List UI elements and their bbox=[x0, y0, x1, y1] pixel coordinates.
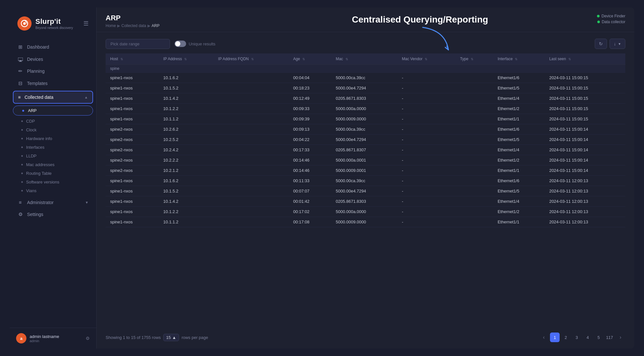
table-row[interactable]: spine1-nxos 10.1.1.2 00:17:08 5000.0009.… bbox=[106, 217, 625, 227]
sidebar-item-vians[interactable]: Vians bbox=[10, 186, 96, 195]
page-1[interactable]: 1 bbox=[550, 333, 560, 342]
col-mac-vendor[interactable]: Mac Vendor ⇅ bbox=[397, 53, 456, 65]
table-row[interactable]: spine2-nxos 10.2.4.2 00:17:33 0205.8671.… bbox=[106, 145, 625, 155]
breadcrumb-collected-data[interactable]: Collected data bbox=[121, 23, 146, 28]
col-last-seen[interactable]: Last seen ⇅ bbox=[545, 53, 625, 65]
cell-vendor: - bbox=[397, 124, 456, 135]
sidebar-item-collected-data[interactable]: ≡ Collected data ▲ bbox=[13, 91, 93, 104]
data-table: Host ⇅ IP Address ⇅ IP Address FQDN ⇅ Ag… bbox=[106, 53, 625, 227]
sidebar-item-mac-addresses[interactable]: Mac addresses bbox=[10, 160, 96, 169]
clock-dot bbox=[21, 129, 23, 131]
table-scroll[interactable]: Host ⇅ IP Address ⇅ IP Address FQDN ⇅ Ag… bbox=[106, 53, 625, 328]
sidebar-item-devices[interactable]: Devices bbox=[10, 53, 96, 65]
cell-fqdn bbox=[213, 196, 289, 207]
mac-dot bbox=[21, 164, 23, 165]
sidebar-item-cdp[interactable]: CDP bbox=[10, 117, 96, 126]
cell-age: 00:01:42 bbox=[289, 196, 331, 207]
sidebar-item-hardware-info[interactable]: Hardware info bbox=[10, 134, 96, 143]
sidebar-item-interfaces[interactable]: Interfaces bbox=[10, 143, 96, 152]
unique-results-toggle[interactable] bbox=[175, 41, 186, 47]
sidebar-item-settings[interactable]: ⚙ Settings bbox=[10, 208, 96, 220]
vians-dot bbox=[21, 190, 23, 192]
cell-host: spine2-nxos bbox=[106, 135, 159, 145]
mac-label: Mac addresses bbox=[26, 162, 54, 167]
refresh-button[interactable]: ↻ bbox=[595, 39, 607, 49]
sort-fqdn: ⇅ bbox=[251, 57, 254, 61]
cell-fqdn bbox=[213, 135, 289, 145]
table-row[interactable]: spine2-nxos 10.2.1.2 00:14:46 5000.0009.… bbox=[106, 165, 625, 176]
page-prev[interactable]: ‹ bbox=[539, 333, 549, 342]
col-host[interactable]: Host ⇅ bbox=[106, 53, 159, 65]
cell-type bbox=[456, 176, 493, 186]
rows-per-page-label: rows per page bbox=[182, 335, 208, 340]
sidebar-label-settings: Settings bbox=[27, 212, 89, 217]
cell-fqdn bbox=[213, 186, 289, 196]
download-button[interactable]: ↓ ▼ bbox=[610, 39, 625, 49]
page-next[interactable]: › bbox=[616, 333, 625, 342]
table-row[interactable]: spine2-nxos 10.2.5.2 00:04:22 5000.00e4.… bbox=[106, 135, 625, 145]
sort-mac: ⇅ bbox=[346, 57, 348, 61]
col-age[interactable]: Age ⇅ bbox=[289, 53, 331, 65]
cell-age: 00:12:49 bbox=[289, 93, 331, 104]
col-mac[interactable]: Mac ⇅ bbox=[331, 53, 397, 65]
table-row[interactable]: spine1-nxos 10.1.2.2 00:09:33 5000.000a.… bbox=[106, 104, 625, 114]
cell-fqdn bbox=[213, 176, 289, 186]
sort-age: ⇅ bbox=[302, 57, 305, 61]
sidebar-item-lldp[interactable]: LLDP bbox=[10, 152, 96, 160]
table-row[interactable]: spine1-nxos 10.1.6.2 00:11:33 5000.00ca.… bbox=[106, 176, 625, 186]
page-3[interactable]: 3 bbox=[572, 333, 582, 342]
col-ip-fqdn[interactable]: IP Address FQDN ⇅ bbox=[213, 53, 289, 65]
sidebar-label-templates: Templates bbox=[27, 81, 89, 86]
table-area: Pick date range Unique results ↻ ↓ ▼ bbox=[97, 32, 634, 349]
hamburger-icon[interactable]: ☰ bbox=[83, 20, 89, 27]
data-collector-dot bbox=[597, 21, 600, 23]
col-ip-address[interactable]: IP Address ⇅ bbox=[159, 53, 213, 65]
page-4[interactable]: 4 bbox=[583, 333, 592, 342]
cell-fqdn bbox=[213, 73, 289, 83]
cell-fqdn bbox=[213, 93, 289, 104]
cell-last-seen: 2024-03-11 15:00:14 bbox=[545, 155, 625, 165]
cdp-label: CDP bbox=[26, 119, 35, 124]
cell-fqdn bbox=[213, 145, 289, 155]
cell-age: 00:09:33 bbox=[289, 104, 331, 114]
user-settings-icon[interactable]: ⚙ bbox=[86, 336, 90, 341]
status-data-collector: Data collector bbox=[597, 20, 625, 24]
sidebar-item-routing-table[interactable]: Routing Table bbox=[10, 169, 96, 178]
sidebar-item-software-versions[interactable]: Software versions bbox=[10, 178, 96, 186]
col-interface[interactable]: Interface ⇅ bbox=[493, 53, 545, 65]
sidebar-item-dashboard[interactable]: ⊞ Dashboard bbox=[10, 41, 96, 53]
date-picker[interactable]: Pick date range bbox=[106, 39, 170, 49]
sort-vendor: ⇅ bbox=[425, 57, 427, 61]
page-117[interactable]: 117 bbox=[605, 333, 614, 342]
table-row[interactable]: spine1-nxos 10.1.2.2 00:17:02 5000.000a.… bbox=[106, 207, 625, 217]
sidebar-item-planning[interactable]: ✏ Planning bbox=[10, 65, 96, 77]
table-row[interactable]: spine2-nxos 10.2.2.2 00:14:46 5000.000a.… bbox=[106, 155, 625, 165]
page-5[interactable]: 5 bbox=[594, 333, 603, 342]
table-row[interactable]: spine2-nxos 10.2.6.2 00:09:13 5000.00ca.… bbox=[106, 124, 625, 135]
user-role: admin bbox=[30, 339, 82, 343]
toggle-knob bbox=[175, 41, 180, 46]
sidebar-item-arp[interactable]: ARP bbox=[13, 106, 93, 116]
rows-per-page-select[interactable]: 15 ▲ bbox=[163, 334, 179, 341]
breadcrumb-sep-2: ▶ bbox=[147, 23, 150, 28]
table-row[interactable]: spine1-nxos 10.1.5.2 00:18:23 5000.00e4.… bbox=[106, 83, 625, 93]
table-row[interactable]: spine1-nxos 10.1.4.2 00:01:42 0205.8671.… bbox=[106, 196, 625, 207]
cell-ip: 10.1.1.2 bbox=[159, 217, 213, 227]
sidebar-item-administrator[interactable]: ≡ Administrator ▼ bbox=[10, 196, 96, 208]
collected-data-arrow: ▲ bbox=[84, 95, 88, 99]
sidebar-item-clock[interactable]: Clock bbox=[10, 126, 96, 134]
interfaces-label: Interfaces bbox=[26, 145, 44, 150]
col-type[interactable]: Type ⇅ bbox=[456, 53, 493, 65]
table-row[interactable]: spine1-nxos 10.1.4.2 00:12:49 0205.8671.… bbox=[106, 93, 625, 104]
table-row[interactable]: spine1-nxos 10.1.5.2 00:07:07 5000.00e4.… bbox=[106, 186, 625, 196]
cell-host: spine1-nxos bbox=[106, 83, 159, 93]
cell-type bbox=[456, 114, 493, 124]
table-row[interactable]: spine1-nxos 10.1.6.2 00:04:04 5000.00ca.… bbox=[106, 73, 625, 83]
cell-type bbox=[456, 145, 493, 155]
breadcrumb-home[interactable]: Home bbox=[106, 23, 116, 28]
page-2[interactable]: 2 bbox=[561, 333, 571, 342]
cell-type bbox=[456, 165, 493, 176]
cell-age: 00:04:04 bbox=[289, 73, 331, 83]
sidebar-item-templates[interactable]: ⊟ Templates bbox=[10, 77, 96, 89]
table-row[interactable]: spine1-nxos 10.1.1.2 00:09:39 5000.0009.… bbox=[106, 114, 625, 124]
